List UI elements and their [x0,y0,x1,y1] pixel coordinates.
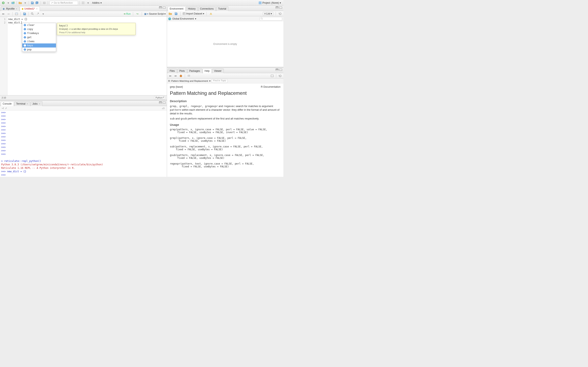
save-workspace-button[interactable] [174,12,178,16]
tab-files[interactable]: Files [168,68,177,73]
clear-console-button[interactable] [161,106,165,110]
code-editor[interactable]: 1 2 new_dict = {} new_dict. clearcopyfro… [0,17,167,95]
svg-point-14 [31,13,33,14]
show-in-new-window-button[interactable] [15,12,18,16]
autocomplete-item[interactable]: keys [22,43,56,48]
project-label: Project: (None) [262,1,279,4]
dropdown-icon[interactable]: ▾ [6,1,10,5]
environment-search[interactable] [260,17,282,21]
run-button[interactable]: ➔ Run [123,12,131,15]
new-project-button[interactable] [11,1,15,5]
tab-terminal[interactable]: Terminal× [14,101,30,106]
goto-file-function-input[interactable]: ↗ Go to file/function [49,1,78,5]
autocomplete-item[interactable]: get [22,35,56,39]
grid-button[interactable] [81,1,85,5]
code-tools-button[interactable] [36,12,40,16]
tab-help[interactable]: Help [203,68,212,73]
help-breadcrumb[interactable]: R: Pattern Matching and Replacement [168,80,208,82]
tab-label: Terminal [16,102,25,105]
refresh-button[interactable] [278,74,282,78]
save-button[interactable] [30,1,34,5]
addins-menu[interactable]: Addins ▾ [91,1,103,4]
forward-button[interactable]: ➡ [7,12,11,16]
save-button[interactable] [22,12,26,16]
chevron-down-icon[interactable]: ▾ [209,80,210,82]
goto-dir-icon[interactable]: ⇗ [5,107,7,110]
list-icon: ≡ [264,12,266,15]
svg-rect-10 [83,3,84,4]
console-line: >>> [1,125,165,128]
close-icon[interactable]: × [16,8,17,10]
autocomplete-item[interactable]: pop [22,48,56,52]
refresh-button[interactable] [278,12,282,16]
tab-history[interactable]: History [186,6,198,11]
print-button[interactable] [187,74,191,78]
language-selector[interactable]: Python [154,96,165,99]
maximize-pane-icon[interactable] [163,7,165,8]
find-replace-button[interactable] [30,12,35,16]
close-icon[interactable]: × [39,103,40,105]
tab-connections[interactable]: Connections [198,6,216,11]
empty-text: Environment is empty [213,43,237,45]
method-icon [24,28,26,31]
tab-jobs[interactable]: Jobs× [31,101,43,106]
help-content[interactable]: grep {base} R Documentation Pattern Matc… [167,83,283,177]
svg-rect-22 [271,75,273,77]
dropdown-icon[interactable]: ▾ [86,1,90,5]
tab-console[interactable]: Console [1,101,14,106]
back-button[interactable]: ⬅ [1,12,5,16]
method-icon [24,44,26,47]
minimize-pane-icon[interactable] [276,7,278,8]
minimize-pane-icon[interactable] [159,101,162,104]
home-button[interactable] [179,74,183,78]
view-mode-selector[interactable]: ≡ List ▾ [263,12,273,16]
svg-rect-7 [82,2,83,3]
tab-packages[interactable]: Packages [187,68,202,73]
maximize-pane-icon[interactable] [279,7,282,8]
open-file-button[interactable] [18,1,22,5]
back-button[interactable]: ⬅ [168,74,172,78]
console-output[interactable]: >>> >>> >>> >>> >>> >>> >>> >>> >>> >>> … [0,110,167,177]
scope-label[interactable]: Global Environment [172,17,194,20]
close-icon[interactable]: × [36,8,37,10]
maximize-pane-icon[interactable] [163,101,165,104]
print-button[interactable] [42,1,46,5]
rerun-button[interactable]: ↪ [135,12,139,16]
autocomplete-item[interactable]: clear [22,23,56,27]
maximize-pane-icon[interactable] [279,69,282,71]
dropdown-icon[interactable]: ▾ [41,12,45,16]
tab-environment[interactable]: Environment [168,6,186,11]
autocomplete-item[interactable]: copy [22,27,56,31]
close-icon[interactable]: × [26,103,28,105]
new-file-button[interactable] [1,1,5,5]
autocomplete-label: fromkeys [27,32,39,35]
autocomplete-popup[interactable]: clearcopyfromkeysgetitemskeyspop [22,23,56,52]
autocomplete-item[interactable]: items [22,39,56,43]
minimize-pane-icon[interactable] [159,7,162,8]
method-icon [24,40,26,43]
autocomplete-label: items [27,40,35,43]
tab-rprofile[interactable]: ◉ .Rprofile × [1,6,19,11]
forward-button[interactable]: ➡ [173,74,178,78]
tab-untitled1[interactable]: ◆ Untitled1* × [20,6,40,11]
text-cursor [21,21,22,24]
clear-objects-button[interactable] [209,12,213,16]
show-in-new-window-button[interactable] [270,74,274,78]
project-selector[interactable]: Project: (None) ▾ [258,1,282,4]
python-file-icon: ◆ [22,7,24,10]
source-script-button[interactable]: ▣➔ Source Script ▾ [144,12,165,15]
tab-viewer[interactable]: Viewer [212,68,224,73]
chevron-down-icon[interactable]: ▾ [195,17,196,20]
dropdown-icon[interactable]: ▾ [23,1,27,5]
minimize-pane-icon[interactable] [276,69,278,71]
console-line: >>> [1,111,165,114]
svg-rect-17 [183,13,185,15]
tab-plots[interactable]: Plots [177,68,187,73]
autocomplete-item[interactable]: fromkeys [22,31,56,35]
import-dataset-button[interactable]: Import Dataset ▾ [183,12,204,15]
load-workspace-button[interactable] [168,12,172,16]
environment-toolbar: Import Dataset ▾ ≡ List ▾ [167,11,283,16]
find-in-topic-input[interactable]: Find in Topic [212,79,228,83]
tab-tutorial[interactable]: Tutorial [216,6,228,11]
save-all-button[interactable] [35,1,39,5]
